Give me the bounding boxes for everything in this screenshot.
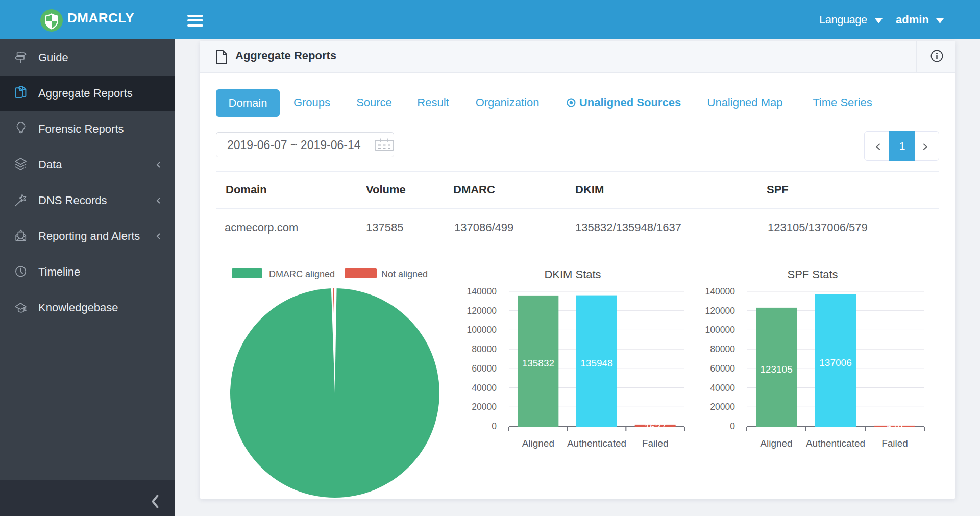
svg-text:SPF Stats: SPF Stats	[787, 268, 838, 281]
svg-text:20000: 20000	[472, 402, 497, 412]
svg-text:120000: 120000	[705, 306, 736, 316]
svg-text:0: 0	[730, 421, 735, 431]
svg-text:1637: 1637	[645, 422, 666, 432]
svg-text:135832: 135832	[522, 358, 554, 368]
svg-text:80000: 80000	[472, 344, 497, 354]
svg-text:135948: 135948	[580, 358, 612, 368]
svg-text:Failed: Failed	[642, 438, 669, 449]
svg-text:120000: 120000	[467, 306, 497, 316]
svg-text:Failed: Failed	[881, 438, 908, 449]
svg-text:140000: 140000	[467, 286, 497, 297]
svg-text:137006: 137006	[819, 357, 851, 368]
svg-text:140000: 140000	[705, 286, 736, 297]
svg-text:579: 579	[887, 422, 903, 432]
svg-text:80000: 80000	[710, 344, 735, 354]
svg-text:100000: 100000	[467, 325, 497, 335]
svg-text:60000: 60000	[472, 363, 497, 374]
svg-text:Authenticated: Authenticated	[806, 438, 865, 449]
svg-text:40000: 40000	[710, 383, 735, 393]
svg-text:100000: 100000	[705, 325, 736, 335]
svg-text:0: 0	[492, 421, 497, 431]
svg-text:40000: 40000	[472, 383, 497, 393]
svg-text:20000: 20000	[710, 402, 735, 412]
svg-text:60000: 60000	[710, 363, 735, 374]
svg-text:123105: 123105	[760, 364, 792, 375]
svg-text:Aligned: Aligned	[522, 438, 554, 449]
svg-text:DKIM Stats: DKIM Stats	[544, 268, 601, 281]
svg-text:Authenticated: Authenticated	[567, 438, 626, 449]
svg-text:Aligned: Aligned	[760, 438, 792, 449]
